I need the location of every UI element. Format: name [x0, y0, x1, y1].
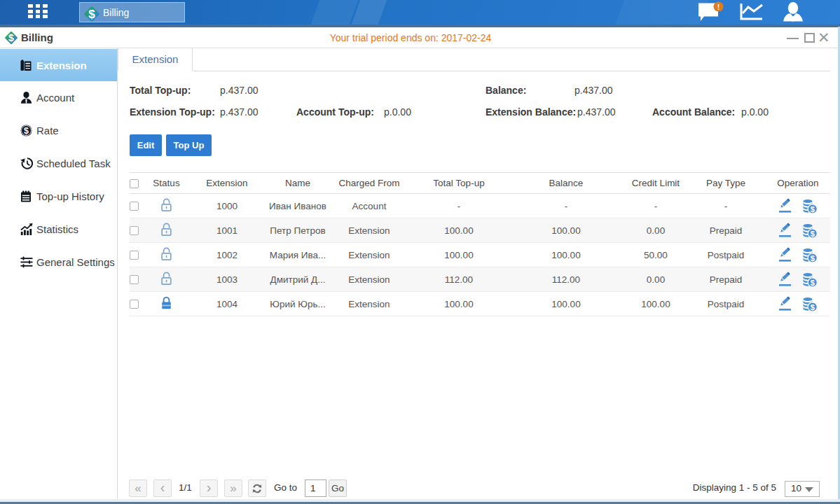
- svg-text:$: $: [811, 205, 815, 214]
- svg-text:$: $: [811, 254, 815, 262]
- svg-text:$: $: [88, 8, 95, 21]
- svg-text:$: $: [811, 230, 815, 238]
- svg-text:$: $: [811, 303, 815, 312]
- svg-text:!: !: [717, 3, 720, 11]
- svg-text:$: $: [811, 279, 815, 287]
- svg-text:$: $: [24, 126, 29, 136]
